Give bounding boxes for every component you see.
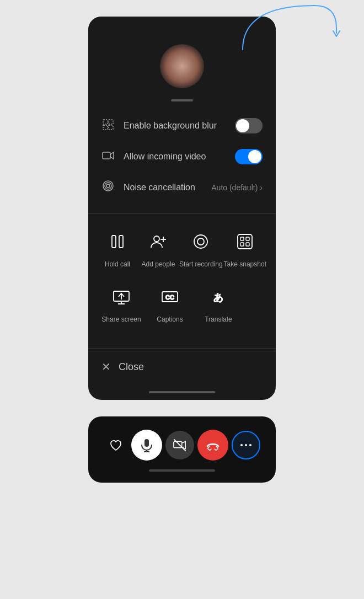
actions-row-1: Hold call Add people [97,227,267,269]
background-blur-row: Enable background blur [88,110,276,141]
translate-label: Translate [205,315,232,324]
microphone-button[interactable] [131,430,162,461]
add-people-button[interactable]: Add people [138,227,178,269]
svg-rect-2 [103,125,108,130]
call-controls [99,430,265,461]
svg-point-5 [106,184,110,188]
svg-text:あ: あ [213,292,223,303]
incoming-video-row: Allow incoming video [88,141,276,172]
close-label: Close [119,361,144,373]
svg-rect-15 [238,234,252,249]
start-recording-label: Start recording [179,260,223,269]
add-people-icon [144,227,173,256]
bottom-panel [88,416,276,483]
svg-point-32 [240,444,243,446]
share-screen-label: Share screen [101,315,141,324]
blur-icon [101,119,115,133]
start-recording-icon [186,227,215,256]
svg-point-14 [197,238,204,245]
captions-button[interactable]: CC Captions [146,282,194,324]
end-call-button[interactable] [197,430,228,461]
more-button[interactable] [232,431,260,459]
hold-call-label: Hold call [105,260,130,269]
divider-2 [88,348,276,349]
background-blur-toggle[interactable] [235,118,263,133]
svg-rect-3 [109,125,113,130]
actions-section: Hold call Add people [88,216,276,346]
avatar-area [88,17,276,94]
svg-rect-17 [246,237,249,240]
background-blur-label: Enable background blur [124,121,226,131]
noise-icon [101,180,115,195]
svg-rect-19 [246,243,249,246]
incoming-video-label: Allow incoming video [124,152,226,162]
share-screen-icon [107,282,136,311]
actions-row-2: Share screen CC Captions [97,282,267,324]
svg-point-10 [154,236,159,242]
svg-point-6 [105,183,111,189]
incoming-video-toggle[interactable] [235,149,263,164]
svg-point-33 [245,444,247,446]
svg-rect-16 [240,237,244,240]
svg-rect-9 [119,236,123,248]
take-snapshot-icon [231,227,259,256]
video-icon [101,151,115,163]
svg-point-13 [194,235,207,248]
take-snapshot-button[interactable]: Take snapshot [224,227,266,269]
avatar [160,44,204,88]
noise-cancellation-row: Noise cancellation Auto (default) › [88,172,276,202]
translate-button[interactable]: あ Translate [194,282,243,324]
close-section: ✕ Close [88,351,276,387]
svg-rect-8 [112,236,116,248]
svg-text:CC: CC [165,294,174,301]
settings-section: Enable background blur Allow incoming vi… [88,101,276,211]
add-people-label: Add people [142,260,175,269]
noise-cancellation-label: Noise cancellation [124,183,202,192]
top-panel: Enable background blur Allow incoming vi… [88,17,276,400]
heart-button[interactable] [104,433,128,457]
svg-rect-27 [144,439,149,447]
translate-icon: あ [204,282,233,311]
divider-1 [88,213,276,214]
captions-icon: CC [156,282,184,311]
svg-point-34 [249,444,251,446]
noise-cancellation-value[interactable]: Auto (default) › [211,183,263,192]
start-recording-button[interactable]: Start recording [179,227,223,269]
hold-call-button[interactable]: Hold call [98,227,137,269]
captions-label: Captions [157,315,183,324]
close-button[interactable]: ✕ Close [101,360,144,373]
svg-rect-4 [103,152,110,159]
share-screen-button[interactable]: Share screen [97,282,146,324]
svg-rect-18 [240,243,244,246]
take-snapshot-label: Take snapshot [224,260,266,269]
bottom-home-indicator [149,469,215,472]
svg-rect-1 [109,120,113,124]
home-indicator [149,391,215,393]
close-x-icon: ✕ [101,360,111,373]
camera-button[interactable] [165,431,194,459]
svg-rect-0 [103,120,108,124]
hold-call-icon [103,227,132,256]
